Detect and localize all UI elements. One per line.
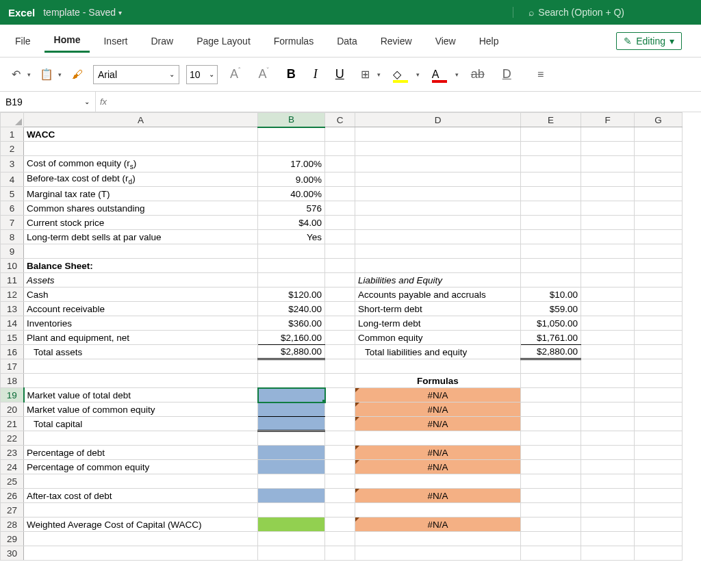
row-header[interactable]: 8	[1, 230, 24, 244]
cell[interactable]: Market value of total debt	[24, 388, 258, 402]
cell[interactable]: Weighted Average Cost of Capital (WACC)	[24, 517, 258, 532]
tab-help[interactable]: Help	[470, 30, 509, 52]
formula-bar[interactable]: fx	[96, 92, 701, 112]
cell[interactable]: $2,160.00	[258, 331, 325, 345]
cell[interactable]: Account receivable	[24, 302, 258, 316]
cell[interactable]: #N/A	[355, 460, 521, 474]
spreadsheet[interactable]: A B C D E F G 1WACC 2 3Cost of common eq…	[0, 112, 701, 561]
increase-font-icon[interactable]: Aˆ	[225, 67, 246, 81]
cell[interactable]: Accounts payable and accruals	[355, 287, 521, 302]
cell[interactable]	[258, 446, 325, 460]
row-header[interactable]: 7	[1, 216, 24, 230]
row-header[interactable]: 9	[1, 244, 24, 259]
col-header-g[interactable]: G	[635, 113, 683, 127]
cell[interactable]: Current stock price	[24, 216, 258, 230]
decrease-font-icon[interactable]: Aˇ	[253, 67, 274, 81]
chevron-down-icon[interactable]: ▾	[58, 71, 62, 78]
cell[interactable]: Common shares outstanding	[24, 201, 258, 216]
cell[interactable]: Long-term debt sells at par value	[24, 230, 258, 244]
cell[interactable]: $4.00	[258, 216, 325, 230]
underline-button[interactable]: U	[330, 67, 350, 81]
tab-data[interactable]: Data	[327, 30, 367, 52]
col-header-b[interactable]: B	[258, 113, 325, 127]
cell[interactable]: $1,761.00	[521, 331, 581, 345]
font-select[interactable]: Arial ⌄	[93, 65, 179, 84]
cell[interactable]: Inventories	[24, 316, 258, 331]
chevron-down-icon[interactable]: ▾	[27, 71, 31, 78]
row-header[interactable]: 15	[1, 331, 24, 345]
cell[interactable]: Common equity	[355, 331, 521, 345]
tab-insert[interactable]: Insert	[94, 30, 137, 52]
cell[interactable]: Plant and equipment, net	[24, 331, 258, 345]
row-header[interactable]: 10	[1, 259, 24, 273]
row-header[interactable]: 19	[1, 388, 24, 402]
strikethrough-button[interactable]: ab	[466, 67, 490, 81]
cell[interactable]: #N/A	[355, 517, 521, 532]
active-cell[interactable]	[258, 388, 325, 402]
cell[interactable]: Percentage of debt	[24, 446, 258, 460]
cell[interactable]: Market value of common equity	[24, 402, 258, 417]
cell[interactable]: Total assets	[24, 345, 258, 359]
align-icon[interactable]: ≡	[532, 66, 550, 84]
row-header[interactable]: 28	[1, 517, 24, 532]
col-header-a[interactable]: A	[24, 113, 258, 127]
select-all-corner[interactable]	[1, 113, 24, 127]
row-header[interactable]: 13	[1, 302, 24, 316]
row-header[interactable]: 6	[1, 201, 24, 216]
row-header[interactable]: 11	[1, 273, 24, 287]
row-header[interactable]: 26	[1, 489, 24, 503]
cell[interactable]: #N/A	[355, 446, 521, 460]
row-header[interactable]: 30	[1, 546, 24, 561]
cell[interactable]: Long-term debt	[355, 316, 521, 331]
cell[interactable]: $59.00	[521, 302, 581, 316]
cell[interactable]: Marginal tax rate (T)	[24, 187, 258, 201]
row-header[interactable]: 4	[1, 172, 24, 187]
chevron-down-icon[interactable]: ▾	[455, 71, 459, 78]
cell[interactable]: 40.00%	[258, 187, 325, 201]
row-header[interactable]: 25	[1, 474, 24, 489]
row-header[interactable]: 2	[1, 142, 24, 156]
cell[interactable]: Formulas	[355, 374, 521, 388]
tab-page-layout[interactable]: Page Layout	[187, 30, 260, 52]
format-painter-icon[interactable]: 🖌	[68, 66, 86, 84]
cell[interactable]: Yes	[258, 230, 325, 244]
borders-icon[interactable]: ⊞	[357, 66, 374, 84]
row-header[interactable]: 14	[1, 316, 24, 331]
cell[interactable]	[258, 402, 325, 417]
cell[interactable]: $2,880.00	[258, 345, 325, 359]
name-box[interactable]: B19 ⌄	[0, 92, 96, 112]
cell[interactable]	[258, 517, 325, 532]
paste-icon[interactable]: 📋	[38, 66, 55, 84]
tab-file[interactable]: File	[5, 30, 40, 52]
double-underline-button[interactable]: D	[497, 67, 517, 81]
font-size-select[interactable]: 10 ⌄	[186, 65, 218, 84]
cell[interactable]	[258, 417, 325, 431]
row-header[interactable]: 29	[1, 532, 24, 546]
row-header[interactable]: 5	[1, 187, 24, 201]
cell[interactable]: WACC	[24, 127, 258, 142]
tab-formulas[interactable]: Formulas	[264, 30, 323, 52]
cell[interactable]: #N/A	[355, 388, 521, 402]
cell[interactable]: Assets	[24, 273, 258, 287]
fill-color-button[interactable]: ◇	[387, 67, 413, 81]
search-box[interactable]: ⌕ Search (Option + Q)	[513, 7, 624, 18]
row-header[interactable]: 21	[1, 417, 24, 431]
row-header[interactable]: 24	[1, 460, 24, 474]
cell[interactable]: Balance Sheet:	[24, 259, 258, 273]
tab-home[interactable]: Home	[44, 29, 90, 53]
editing-mode[interactable]: ✎ Editing ▾	[616, 32, 682, 50]
cell[interactable]	[258, 460, 325, 474]
cell[interactable]: Liabilities and Equity	[355, 273, 521, 287]
row-header[interactable]: 12	[1, 287, 24, 302]
row-header[interactable]: 20	[1, 402, 24, 417]
cell[interactable]: Short-term debt	[355, 302, 521, 316]
tab-review[interactable]: Review	[371, 30, 422, 52]
tab-draw[interactable]: Draw	[141, 30, 183, 52]
cell[interactable]: Total capital	[24, 417, 258, 431]
cell[interactable]: Before-tax cost of debt (rd)	[24, 172, 258, 187]
doc-title[interactable]: template - Saved ▾	[43, 7, 122, 18]
bold-button[interactable]: B	[281, 67, 301, 81]
chevron-down-icon[interactable]: ▾	[416, 71, 420, 78]
cell[interactable]: 576	[258, 201, 325, 216]
row-header[interactable]: 23	[1, 446, 24, 460]
